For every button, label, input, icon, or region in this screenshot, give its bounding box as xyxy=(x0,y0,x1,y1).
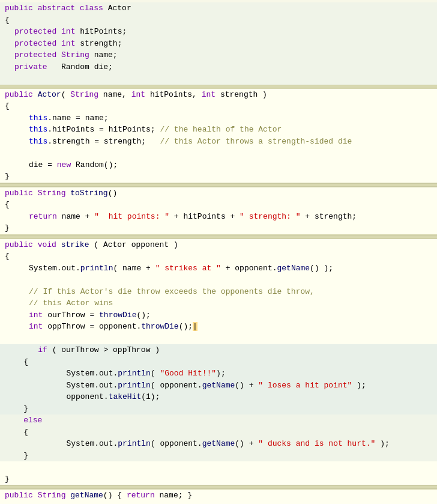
line-22: System.out.println( name + " strikes at … xyxy=(0,263,437,275)
line-40: } xyxy=(0,473,437,485)
line-29: if ( ourThrow > oppThrow ) xyxy=(0,344,437,356)
code-editor: public abstract class Actor { protected … xyxy=(0,0,437,504)
line-39 xyxy=(0,461,437,473)
class-declaration: public abstract class Actor { protected … xyxy=(0,2,437,85)
line-41: public String getName() { return name; } xyxy=(0,490,437,502)
line-18: return name + " hit points: " + hitPoint… xyxy=(0,211,437,223)
line-10: this.name = name; xyxy=(0,112,437,124)
line-30: { xyxy=(0,356,437,368)
line-32: System.out.println( opponent.getName() +… xyxy=(0,380,437,392)
line-5: protected String name; xyxy=(0,49,437,61)
line-24: // If this Actor's die throw exceeds the… xyxy=(0,286,437,298)
line-26: int ourThrow = throwDie(); xyxy=(0,309,437,321)
line-35: else xyxy=(0,414,437,427)
line-19: } xyxy=(0,222,437,234)
line-36: { xyxy=(0,427,437,439)
line-2: { xyxy=(0,14,437,26)
line-37: System.out.println( opponent.getName() +… xyxy=(0,438,437,450)
line-16: public String toString() xyxy=(0,187,437,199)
line-8: public Actor( String name, int hitPoints… xyxy=(0,89,437,101)
line-14: die = new Random(); xyxy=(0,159,437,171)
line-23 xyxy=(0,274,437,286)
line-7 xyxy=(0,73,437,85)
line-4: protected int strength; xyxy=(0,38,437,50)
if-block: if ( ourThrow > oppThrow ) { System.out.… xyxy=(0,344,437,414)
tostring-section: public String toString() { return name +… xyxy=(0,187,437,235)
line-25: // this Actor wins xyxy=(0,297,437,309)
line-28 xyxy=(0,333,437,345)
line-13 xyxy=(0,147,437,159)
line-9: { xyxy=(0,100,437,112)
line-27: int oppThrow = opponent.throwDie();| xyxy=(0,321,437,333)
line-21: { xyxy=(0,250,437,263)
line-17: { xyxy=(0,199,437,211)
else-block: else { System.out.println( opponent.getN… xyxy=(0,414,437,461)
line-12: this.strength = strength; // this Actor … xyxy=(0,136,437,148)
line-1: public abstract class Actor xyxy=(0,2,437,14)
line-33: opponent.takeHit(1); xyxy=(0,391,437,403)
line-42: public void takeHit( int points ) { hitP… xyxy=(0,502,437,505)
line-34: } xyxy=(0,403,437,415)
constructor-section: public Actor( String name, int hitPoints… xyxy=(0,88,437,183)
line-11: this.hitPoints = hitPoints; // the healt… xyxy=(0,124,437,136)
strike-section: public void strike ( Actor opponent ) { … xyxy=(0,238,437,486)
short-methods-section: public String getName() { return name; }… xyxy=(0,489,437,504)
line-38: } xyxy=(0,450,437,462)
line-31: System.out.println( "Good Hit!!"); xyxy=(0,368,437,380)
line-6: private Random die; xyxy=(0,61,437,73)
line-20: public void strike ( Actor opponent ) xyxy=(0,239,437,251)
line-3: protected int hitPoints; xyxy=(0,26,437,38)
line-15: } xyxy=(0,171,437,183)
